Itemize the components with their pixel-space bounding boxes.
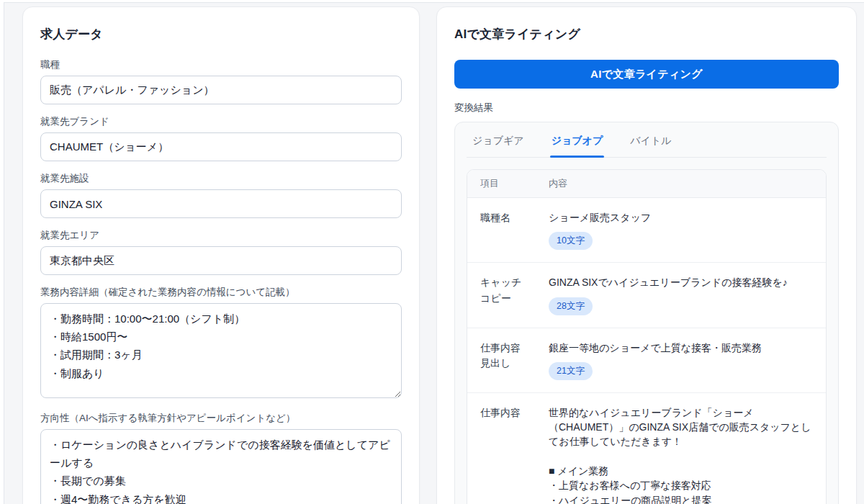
two-column-layout: 求人データ 職種 就業先ブランド 就業先施設 就業先エリア 業務内容詳細（確定さ… [0, 0, 864, 504]
direction-textarea[interactable]: ・ロケーションの良さとハイブランドでの接客経験を価値としてアピールする ・長期で… [40, 429, 402, 504]
row-content-text: GINZA SIXでハイジュエリーブランドの接客経験を♪ [549, 275, 813, 289]
work-details-textarea[interactable]: ・勤務時間：10:00〜21:00（シフト制） ・時給1500円〜 ・試用期間：… [40, 303, 402, 398]
brand-label: 就業先ブランド [40, 115, 402, 128]
tab-jobgear[interactable]: ジョブギア [471, 122, 526, 157]
row-item-label: キャッチコピー [480, 275, 525, 315]
facility-label: 就業先施設 [40, 172, 402, 185]
result-tabs: ジョブギア ジョブオプ バイトル [467, 122, 827, 158]
row-item-label: 職種名 [480, 210, 525, 250]
job-type-input[interactable] [40, 76, 402, 104]
job-type-label: 職種 [40, 58, 402, 71]
area-input[interactable] [40, 246, 402, 275]
tab-baitoru[interactable]: バイトル [629, 122, 672, 157]
area-label: 就業先エリア [40, 229, 402, 242]
result-table-header: 項目 内容 [467, 170, 826, 198]
work-details-label: 業務内容詳細（確定された業務内容の情報について記載） [40, 286, 402, 299]
field-facility: 就業先施設 [40, 172, 402, 218]
tab-jobop[interactable]: ジョブオプ [550, 122, 605, 157]
result-section-label: 変換結果 [454, 102, 839, 114]
ai-writing-title: AIで文章ライティング [454, 26, 839, 42]
row-item-label: 仕事内容見出し [480, 341, 525, 380]
table-row-job-heading: 仕事内容見出し 銀座一等地のショーメで上質な接客・販売業務 21文字 [467, 328, 826, 393]
header-content-column: 内容 [549, 177, 813, 190]
row-content-cell: GINZA SIXでハイジュエリーブランドの接客経験を♪ 28文字 [549, 275, 813, 315]
char-count-badge: 21文字 [549, 362, 593, 380]
row-content-cell: 銀座一等地のショーメで上質な接客・販売業務 21文字 [549, 341, 813, 380]
header-item-column: 項目 [480, 177, 525, 190]
field-area: 就業先エリア [40, 229, 402, 275]
char-count-badge: 28文字 [549, 297, 593, 315]
table-row-job-description: 仕事内容 世界的なハイジュエリーブランド「ショーメ（CHAUMET）」のGINZ… [467, 393, 826, 504]
job-data-card: 求人データ 職種 就業先ブランド 就業先施設 就業先エリア 業務内容詳細（確定さ… [22, 6, 420, 504]
row-content-text: 世界的なハイジュエリーブランド「ショーメ（CHAUMET）」のGINZA SIX… [549, 405, 813, 504]
field-job-type: 職種 [40, 58, 402, 104]
row-content-text: 銀座一等地のショーメで上質な接客・販売業務 [549, 341, 813, 355]
char-count-badge: 10文字 [549, 232, 593, 250]
row-content-cell: 世界的なハイジュエリーブランド「ショーメ（CHAUMET）」のGINZA SIX… [549, 405, 813, 504]
field-brand: 就業先ブランド [40, 115, 402, 161]
result-table: 項目 内容 職種名 ショーメ販売スタッフ 10文字 キャッチコピー GINZA … [467, 169, 827, 504]
job-data-title: 求人データ [40, 26, 402, 42]
facility-input[interactable] [40, 189, 402, 218]
row-content-text: ショーメ販売スタッフ [549, 210, 813, 225]
table-row-job-title: 職種名 ショーメ販売スタッフ 10文字 [467, 198, 826, 263]
direction-label: 方向性（AIへ指示する執筆方針やアピールポイントなど） [40, 412, 402, 425]
result-panel: ジョブギア ジョブオプ バイトル 項目 内容 職種名 ショーメ販売スタッフ 10… [454, 122, 839, 504]
row-item-label: 仕事内容 [480, 405, 525, 504]
row-content-cell: ショーメ販売スタッフ 10文字 [549, 210, 813, 250]
table-row-catch-copy: キャッチコピー GINZA SIXでハイジュエリーブランドの接客経験を♪ 28文… [467, 263, 826, 328]
ai-writing-button[interactable]: AIで文章ライティング [454, 60, 839, 89]
field-direction: 方向性（AIへ指示する執筆方針やアピールポイントなど） ・ロケーションの良さとハ… [40, 412, 402, 504]
field-work-details: 業務内容詳細（確定された業務内容の情報について記載） ・勤務時間：10:00〜2… [40, 286, 402, 401]
brand-input[interactable] [40, 132, 402, 161]
ai-writing-card: AIで文章ライティング AIで文章ライティング 変換結果 ジョブギア ジョブオプ… [436, 6, 857, 504]
